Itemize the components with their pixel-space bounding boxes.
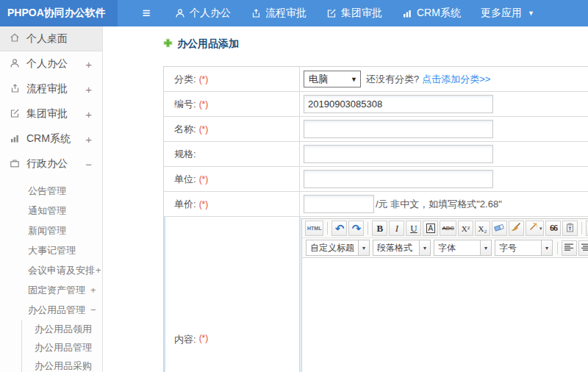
- strikethrough-button[interactable]: ABC: [440, 221, 456, 236]
- sidebar: 个人桌面 个人办公 + 流程审批 + 集团审批 + CRM系统 + 行政办公 −: [0, 26, 103, 372]
- unit-input[interactable]: [304, 170, 493, 188]
- field-label: 分类:: [174, 73, 196, 86]
- page-title-text: 办公用品添加: [177, 37, 239, 51]
- font-size-select[interactable]: 字号 ▾: [495, 240, 553, 256]
- spec-label: 规格:: [164, 142, 300, 166]
- submenu-label: 大事记管理: [28, 245, 76, 256]
- sidebar-item-personal-desktop[interactable]: 个人桌面: [0, 26, 102, 51]
- content-value-cell: HTML ↶ ↷ B I U A ABC X² X₂: [300, 217, 588, 372]
- name-label: 名称: (*): [164, 117, 300, 141]
- name-value-cell: [300, 117, 588, 141]
- category-value-cell: 电脑 ▼ 还没有分类? 点击添加分类>>: [300, 67, 588, 91]
- sidebar-item-fixed-assets-mgmt[interactable]: 固定资产管理+: [0, 280, 102, 300]
- eraser-icon: [494, 223, 504, 234]
- editor-body[interactable]: [302, 258, 588, 372]
- expand-toggle-icon[interactable]: +: [85, 83, 92, 96]
- category-select[interactable]: 电脑 ▼: [304, 71, 361, 87]
- remove-format-button[interactable]: [492, 221, 507, 236]
- sidebar-item-label: 个人桌面: [26, 32, 68, 46]
- format-brush-button[interactable]: [509, 221, 524, 236]
- select-value: 段落格式: [373, 242, 419, 254]
- superscript-button[interactable]: X²: [458, 221, 473, 236]
- font-family-select[interactable]: 字体 ▾: [434, 240, 492, 256]
- bold-button[interactable]: B: [372, 221, 387, 236]
- bold-icon: B: [377, 223, 384, 235]
- expand-toggle-icon[interactable]: +: [85, 58, 92, 71]
- unit-value-cell: [300, 167, 588, 191]
- add-category-link[interactable]: 点击添加分类>>: [422, 73, 490, 86]
- sidebar-item-crm-system[interactable]: CRM系统 +: [0, 126, 102, 151]
- magic-wand-icon: [528, 223, 538, 234]
- blockquote-button[interactable]: 66: [545, 221, 561, 236]
- sidebar-item-label: 个人办公: [26, 57, 68, 71]
- category-selected-value: 电脑: [309, 73, 328, 86]
- sidebar-item-office-supplies-mgmt[interactable]: 办公用品管理−: [0, 300, 102, 320]
- align-left-button[interactable]: [562, 240, 577, 256]
- price-input[interactable]: [304, 195, 374, 213]
- nav-crm-system[interactable]: CRM系统: [402, 7, 461, 20]
- sidebar-item-meeting-mgmt[interactable]: 会议申请及安排+: [0, 260, 102, 280]
- subscript-button[interactable]: X₂: [475, 221, 490, 236]
- bar-chart-icon: [10, 133, 20, 146]
- underline-button[interactable]: U: [406, 221, 421, 236]
- expand-toggle-icon[interactable]: +: [85, 108, 92, 121]
- rich-text-editor: HTML ↶ ↷ B I U A ABC X² X₂: [301, 218, 588, 372]
- sidebar-item-supplies-claim[interactable]: 办公用品领用: [22, 320, 102, 338]
- name-input[interactable]: [304, 120, 493, 138]
- editor-toolbar-row1: HTML ↶ ↷ B I U A ABC X² X₂: [302, 219, 588, 238]
- sidebar-item-supplies-manage[interactable]: 办公用品管理: [22, 338, 102, 357]
- price-label: 单价: (*): [164, 192, 300, 216]
- sidebar-item-supplies-purchase[interactable]: 办公用品采购: [22, 357, 102, 372]
- top-nav: 个人办公 流程审批 集团审批 CRM系统 更多应用 ▼: [175, 0, 534, 26]
- field-label: 内容:: [174, 333, 196, 346]
- page-title: 办公用品添加: [163, 37, 588, 51]
- caret-down-icon: ▾: [358, 240, 369, 255]
- submenu-label: 固定资产管理: [28, 285, 85, 296]
- nav-group-approval[interactable]: 集团审批: [326, 7, 382, 20]
- quote-icon: 66: [550, 223, 557, 234]
- user-icon: [10, 58, 20, 71]
- nav-personal-office[interactable]: 个人办公: [175, 7, 231, 20]
- nav-more-apps[interactable]: 更多应用 ▼: [481, 7, 534, 20]
- nav-workflow-approval[interactable]: 流程审批: [251, 7, 306, 20]
- home-icon: [10, 32, 20, 45]
- editor-toolbar-row2: 自定义标题 ▾ 段落格式 ▾ 字体 ▾: [302, 238, 588, 258]
- expand-toggle-icon[interactable]: +: [85, 133, 92, 146]
- paragraph-format-select[interactable]: 段落格式 ▾: [373, 240, 431, 256]
- code-input[interactable]: [304, 95, 493, 113]
- sidebar-item-notice-mgmt[interactable]: 通知管理: [0, 201, 102, 221]
- caret-down-icon: ▾: [541, 240, 552, 255]
- align-center-button[interactable]: [578, 240, 588, 256]
- italic-button[interactable]: I: [389, 221, 404, 236]
- paste-as-text-button[interactable]: [562, 221, 578, 236]
- boxed-a-icon: A: [426, 223, 436, 233]
- submenu-label: 办公用品管理: [28, 304, 85, 315]
- briefcase-icon: [10, 158, 20, 171]
- collapse-toggle-icon[interactable]: −: [85, 158, 92, 171]
- redo-button[interactable]: ↷: [348, 221, 364, 236]
- custom-heading-select[interactable]: 自定义标题 ▾: [306, 240, 370, 256]
- submenu-label: 通知管理: [28, 205, 66, 216]
- undo-icon: ↶: [335, 223, 345, 234]
- sidebar-item-group-approval[interactable]: 集团审批 +: [0, 101, 102, 126]
- sidebar-item-news-mgmt[interactable]: 新闻管理: [0, 221, 102, 240]
- sidebar-item-announcement-mgmt[interactable]: 公告管理: [0, 181, 102, 201]
- sidebar-item-admin-office[interactable]: 行政办公 −: [0, 151, 102, 176]
- category-hint-text: 还没有分类?: [366, 73, 419, 86]
- auto-format-button[interactable]: ▾: [526, 221, 545, 236]
- undo-button[interactable]: ↶: [331, 221, 347, 236]
- nav-label: 个人办公: [190, 7, 231, 20]
- sidebar-item-personal-office[interactable]: 个人办公 +: [0, 51, 102, 76]
- font-style-button[interactable]: A: [423, 221, 438, 236]
- form-row-category: 分类: (*) 电脑 ▼ 还没有分类? 点击添加分类>>: [164, 67, 588, 92]
- source-code-button[interactable]: HTML: [305, 221, 323, 236]
- admin-office-submenu: 公告管理 通知管理 新闻管理 大事记管理 会议申请及安排+ 固定资产管理+ 办公…: [0, 181, 102, 372]
- hamburger-menu-icon[interactable]: ≡: [118, 0, 175, 26]
- broom-icon: [511, 223, 521, 234]
- caret-down-icon: ▾: [480, 240, 491, 255]
- toolbar-divider: [327, 222, 328, 235]
- sidebar-item-events-mgmt[interactable]: 大事记管理: [0, 240, 102, 260]
- sidebar-item-workflow-approval[interactable]: 流程审批 +: [0, 76, 102, 101]
- spec-value-cell: [300, 142, 588, 166]
- spec-input[interactable]: [304, 145, 493, 163]
